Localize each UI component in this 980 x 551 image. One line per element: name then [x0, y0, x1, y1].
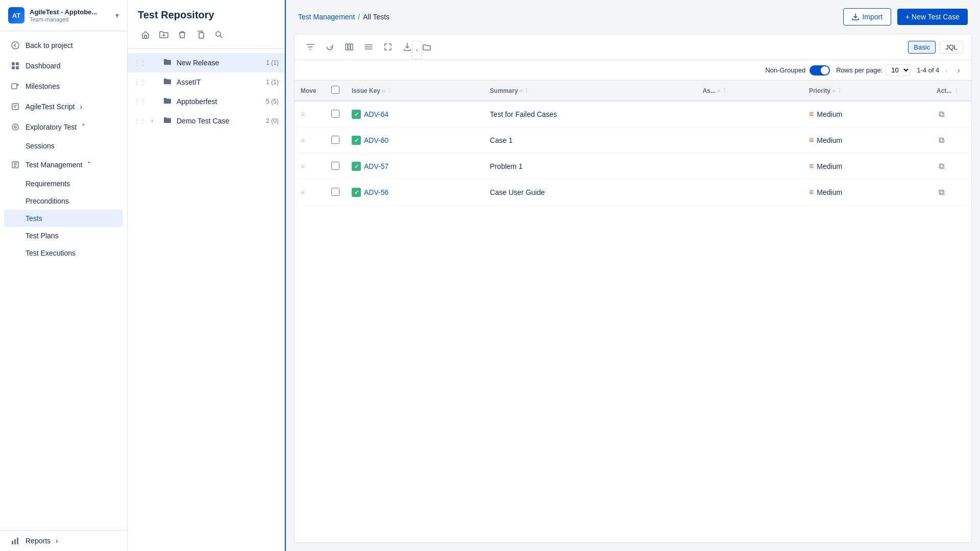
priority-icon: ≡ [809, 188, 814, 197]
sidebar-item-sessions[interactable]: Sessions [0, 137, 127, 155]
summary-text: Case User Guide [490, 188, 545, 196]
basic-view-button[interactable]: Basic [908, 41, 936, 54]
repo-folder-new-release[interactable]: ⋮⋮ New Release 1 (1) [128, 53, 285, 72]
row-action-button[interactable]: ⧉ [937, 108, 946, 121]
row-action-button[interactable]: ⧉ [937, 134, 946, 147]
expand-chevron-icon: › [151, 117, 159, 124]
row-action-button[interactable]: ⧉ [937, 186, 946, 199]
non-grouped-toggle[interactable]: Non-Grouped [765, 65, 830, 76]
rows-per-page-select[interactable]: 10 25 50 [886, 64, 911, 76]
sidebar-item-milestones[interactable]: Milestones [0, 76, 127, 96]
svg-point-0 [12, 42, 19, 49]
sidebar-item-test-executions[interactable]: Test Executions [0, 244, 127, 262]
columns-button[interactable] [341, 39, 357, 55]
sidebar-collapse-icon[interactable]: ▾ [115, 11, 119, 19]
row-checkbox[interactable] [331, 188, 339, 196]
new-test-case-button[interactable]: + New Test Case [897, 9, 968, 25]
jql-view-button[interactable]: JQL [940, 41, 963, 54]
main-content: Test Management / All Tests Import + New… [286, 0, 980, 551]
issue-key-link[interactable]: ADV-64 [364, 110, 388, 118]
row-drag-handle[interactable]: ≡ [301, 188, 305, 196]
col-summary: Summary = ⋮ [484, 81, 697, 101]
next-page-button[interactable]: › [954, 65, 963, 76]
checkbox-cell [325, 128, 346, 154]
row-drag-handle[interactable]: ≡ [301, 162, 305, 170]
sidebar-item-test-management[interactable]: Test Management ˅ [0, 155, 127, 175]
issue-key-sort-icon[interactable]: = [382, 88, 385, 94]
repo-home-button[interactable] [138, 27, 153, 42]
repo-search-button[interactable] [211, 27, 227, 42]
row-checkbox[interactable] [331, 162, 339, 170]
assignee-filter-icon[interactable]: ⋮ [722, 87, 727, 94]
sidebar-item-dashboard[interactable]: Dashboard [0, 56, 127, 76]
col-checkbox [325, 81, 346, 101]
assignee-cell [697, 101, 803, 128]
repo-copy-button[interactable] [193, 27, 208, 42]
select-all-checkbox[interactable] [331, 86, 339, 94]
priority-sort-icon[interactable]: = [832, 88, 835, 94]
app-logo: AT [8, 7, 24, 23]
back-to-project[interactable]: Back to project [0, 35, 127, 56]
drag-handle-icon: ⋮⋮ [134, 79, 146, 86]
priority-filter-icon[interactable]: ⋮ [837, 87, 842, 94]
summary-cell: Test for Failed Cases [484, 101, 697, 128]
sidebar-item-reports[interactable]: Reports › [0, 531, 127, 551]
previous-page-button[interactable]: ‹ [942, 65, 951, 76]
fullscreen-button[interactable] [380, 39, 396, 55]
drag-handle-icon: ⋮⋮ [134, 59, 146, 66]
panel-collapse-button[interactable]: ‹ [412, 41, 422, 59]
issue-key-link[interactable]: ADV-60 [364, 136, 388, 144]
sidebar-item-preconditions[interactable]: Preconditions [0, 192, 127, 210]
chart-icon [10, 536, 20, 546]
test-plans-label: Test Plans [26, 232, 59, 240]
priority-icon: ≡ [809, 110, 814, 119]
summary-sort-icon[interactable]: = [520, 88, 523, 94]
svg-rect-3 [12, 66, 15, 69]
drag-handle-icon: ⋮⋮ [134, 98, 146, 105]
exploratory-test-label: Exploratory Test [26, 123, 77, 131]
col-issue-key: Issue Key = ⋮ [346, 81, 484, 101]
drag-handle-icon: ⋮⋮ [134, 117, 146, 124]
summary-filter-icon[interactable]: ⋮ [524, 87, 529, 94]
sidebar-item-tests[interactable]: Tests [4, 210, 123, 227]
breadcrumb-test-management[interactable]: Test Management [298, 13, 355, 21]
back-icon [10, 40, 20, 51]
row-action-button[interactable]: ⧉ [937, 160, 946, 173]
list-view-button[interactable] [361, 39, 376, 55]
priority-cell: ≡ Medium [803, 180, 930, 206]
assignee-sort-icon[interactable]: = [717, 88, 720, 94]
issue-key-link[interactable]: ADV-57 [364, 162, 388, 170]
svg-rect-11 [14, 539, 16, 544]
non-grouped-switch[interactable] [810, 65, 830, 76]
sidebar-item-test-plans[interactable]: Test Plans [0, 227, 127, 244]
actions-filter-icon[interactable]: ⋮ [953, 88, 959, 94]
action-cell: ⧉ [930, 154, 971, 180]
repo-add-folder-button[interactable] [156, 27, 172, 42]
issue-key-filter-icon[interactable]: ⋮ [386, 87, 392, 94]
sidebar-item-exploratory-test[interactable]: Exploratory Test ˅ [0, 117, 127, 137]
folder-count-assetit: 1 (1) [266, 79, 279, 86]
test-repository-panel: Test Repository [128, 0, 286, 551]
priority-text: Medium [817, 136, 842, 144]
sidebar-item-agiletest-script[interactable]: AgileTest Script › [0, 96, 127, 117]
sidebar-item-requirements[interactable]: Requirements [0, 175, 127, 192]
issue-key-link[interactable]: ADV-56 [364, 188, 388, 196]
repo-folder-assetit[interactable]: ⋮⋮ AssetIT 1 (1) [128, 72, 285, 92]
import-icon [852, 13, 859, 20]
row-drag-handle[interactable]: ≡ [301, 136, 305, 144]
test-table: Move Issue Key = ⋮ [295, 81, 971, 206]
repo-folder-apptoberfest[interactable]: ⋮⋮ Apptoberfest 5 (5) [128, 92, 285, 111]
row-drag-handle[interactable]: ≡ [301, 110, 305, 118]
import-label: Import [862, 13, 883, 21]
table-row: ≡ ✓ ADV-60 Case 1 [295, 128, 971, 154]
checkbox-cell [325, 101, 346, 128]
refresh-button[interactable] [322, 39, 337, 55]
reports-label: Reports [26, 537, 51, 545]
row-checkbox[interactable] [331, 136, 339, 144]
filter-button[interactable] [303, 39, 318, 55]
row-checkbox[interactable] [331, 110, 339, 118]
repo-delete-button[interactable] [175, 27, 190, 42]
repo-folder-demo-test-case[interactable]: ⋮⋮ › Demo Test Case 2 (0) [128, 111, 285, 131]
import-button[interactable]: Import [843, 8, 891, 26]
priority-text: Medium [817, 162, 842, 170]
